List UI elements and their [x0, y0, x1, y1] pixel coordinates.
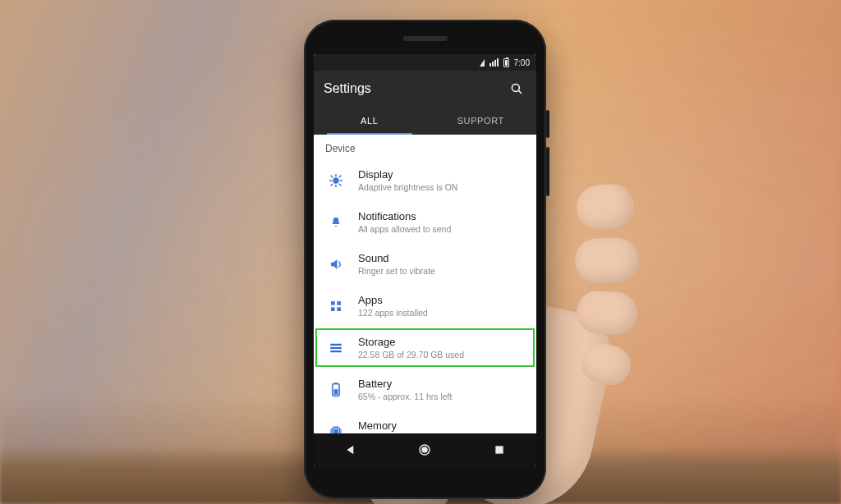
item-subtitle: 65% - approx. 11 hrs left: [358, 392, 452, 401]
apps-icon: [327, 300, 345, 313]
tab-bar: ALL SUPPORT: [314, 107, 536, 135]
svg-rect-6: [337, 307, 341, 311]
item-subtitle: 22.58 GB of 29.70 GB used: [358, 350, 464, 360]
settings-item-memory[interactable]: Memory Avg 2.4 GB of 3.7 GB memory used: [314, 410, 536, 433]
page-title: Settings: [324, 81, 371, 96]
svg-rect-8: [330, 346, 342, 348]
item-subtitle: Ringer set to vibrate: [358, 266, 435, 276]
item-subtitle: Adaptive brightness is ON: [358, 182, 457, 192]
svg-rect-14: [334, 429, 338, 433]
phone-side-button: [546, 147, 549, 196]
svg-point-2: [333, 177, 339, 184]
settings-item-apps[interactable]: Apps 122 apps installed: [314, 285, 536, 327]
photo-background: 7:00 Settings ALL SUPPORT Device: [0, 0, 841, 504]
settings-list: Device Display Adaptive brightness is ON: [314, 135, 536, 433]
svg-rect-12: [334, 389, 338, 395]
item-subtitle: 122 apps installed: [358, 308, 428, 318]
status-time: 7:00: [514, 58, 530, 67]
recents-button[interactable]: [488, 438, 511, 461]
tab-all[interactable]: ALL: [314, 107, 425, 135]
section-header-device: Device: [314, 135, 536, 159]
svg-rect-7: [330, 343, 342, 345]
item-title: Memory: [358, 419, 495, 432]
tab-label: ALL: [361, 116, 378, 126]
settings-item-battery[interactable]: Battery 65% - approx. 11 hrs left: [314, 369, 536, 410]
item-title: Battery: [358, 378, 452, 390]
search-icon: [509, 81, 524, 96]
item-title: Display: [358, 168, 457, 181]
svg-point-0: [512, 84, 519, 91]
cellular-signal-icon: [489, 58, 499, 66]
app-bar: Settings: [314, 71, 536, 107]
settings-item-storage[interactable]: Storage 22.58 GB of 29.70 GB used: [314, 327, 536, 369]
svg-rect-17: [495, 446, 503, 453]
storage-icon: [327, 341, 345, 355]
settings-item-notifications[interactable]: Notifications All apps allowed to send: [314, 201, 536, 243]
item-title: Sound: [358, 252, 435, 264]
back-triangle-icon: [344, 443, 357, 456]
item-subtitle: All apps allowed to send: [358, 224, 451, 234]
tab-support[interactable]: SUPPORT: [425, 107, 537, 135]
svg-rect-9: [330, 351, 342, 352]
phone-screen: 7:00 Settings ALL SUPPORT Device: [314, 54, 536, 466]
home-circle-icon: [417, 442, 432, 457]
phone-side-button: [546, 110, 549, 138]
back-button[interactable]: [339, 438, 362, 461]
settings-item-sound[interactable]: Sound Ringer set to vibrate: [314, 243, 536, 285]
battery-icon: [327, 383, 345, 397]
battery-icon: [503, 58, 509, 67]
wifi-icon: [480, 59, 485, 66]
navigation-bar: [314, 433, 536, 466]
svg-point-16: [422, 447, 427, 452]
phone-speaker: [403, 36, 448, 41]
memory-icon: [327, 424, 345, 434]
item-title: Notifications: [358, 210, 451, 222]
svg-rect-3: [331, 301, 335, 305]
display-icon: [327, 173, 345, 188]
settings-item-display[interactable]: Display Adaptive brightness is ON: [314, 159, 536, 201]
svg-line-1: [518, 90, 522, 94]
svg-rect-5: [331, 307, 335, 311]
sound-icon: [327, 257, 345, 272]
svg-rect-11: [334, 383, 337, 384]
svg-rect-4: [337, 301, 341, 305]
home-button[interactable]: [413, 438, 436, 461]
search-button[interactable]: [507, 79, 526, 99]
tab-label: SUPPORT: [457, 116, 504, 126]
phone-device-frame: 7:00 Settings ALL SUPPORT Device: [304, 20, 546, 499]
item-title: Apps: [358, 294, 428, 306]
bell-icon: [327, 216, 345, 229]
status-bar: 7:00: [314, 54, 536, 71]
recents-square-icon: [494, 444, 505, 456]
item-title: Storage: [358, 336, 464, 348]
